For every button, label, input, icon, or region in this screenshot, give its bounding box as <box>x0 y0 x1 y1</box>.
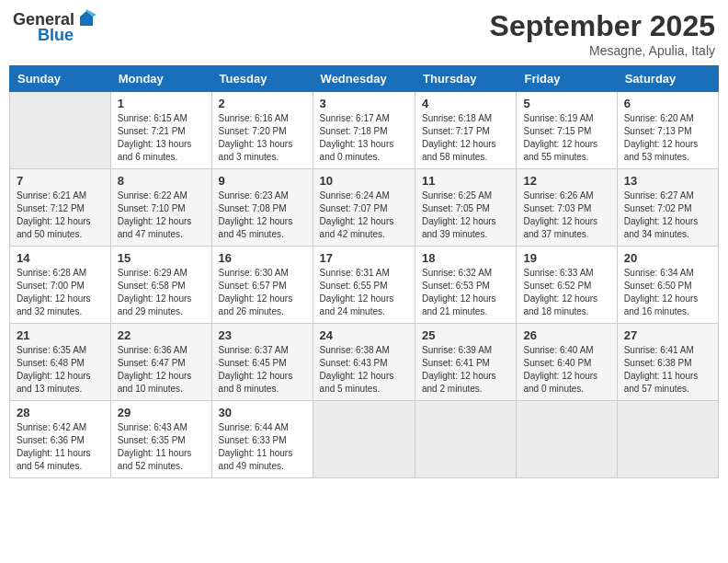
day-number: 24 <box>320 328 408 342</box>
calendar-week-row: 7Sunrise: 6:21 AMSunset: 7:12 PMDaylight… <box>10 169 719 247</box>
day-info: Sunrise: 6:20 AMSunset: 7:13 PMDaylight:… <box>624 112 711 164</box>
calendar-cell: 5Sunrise: 6:19 AMSunset: 7:15 PMDaylight… <box>517 92 617 169</box>
day-info: Sunrise: 6:28 AMSunset: 7:00 PMDaylight:… <box>17 267 104 318</box>
day-number: 2 <box>219 97 306 110</box>
calendar-cell: 26Sunrise: 6:40 AMSunset: 6:40 PMDayligh… <box>517 324 617 401</box>
day-info: Sunrise: 6:23 AMSunset: 7:08 PMDaylight:… <box>219 190 306 241</box>
calendar-cell: 14Sunrise: 6:28 AMSunset: 7:00 PMDayligh… <box>10 247 111 324</box>
calendar-cell: 13Sunrise: 6:27 AMSunset: 7:02 PMDayligh… <box>617 169 718 247</box>
day-info: Sunrise: 6:42 AMSunset: 6:36 PMDaylight:… <box>17 421 104 473</box>
day-number: 4 <box>422 97 509 110</box>
calendar-cell: 9Sunrise: 6:23 AMSunset: 7:08 PMDaylight… <box>211 169 313 247</box>
day-number: 12 <box>523 174 609 188</box>
day-info: Sunrise: 6:29 AMSunset: 6:58 PMDaylight:… <box>118 267 205 318</box>
day-info: Sunrise: 6:26 AMSunset: 7:03 PMDaylight:… <box>523 190 609 241</box>
calendar-cell <box>617 401 718 478</box>
day-number: 6 <box>624 97 711 110</box>
day-info: Sunrise: 6:27 AMSunset: 7:02 PMDaylight:… <box>624 190 711 241</box>
day-info: Sunrise: 6:44 AMSunset: 6:33 PMDaylight:… <box>219 421 306 473</box>
calendar-cell: 8Sunrise: 6:22 AMSunset: 7:10 PMDaylight… <box>110 169 211 247</box>
column-header-saturday: Saturday <box>617 66 718 92</box>
calendar-week-row: 28Sunrise: 6:42 AMSunset: 6:36 PMDayligh… <box>10 401 719 478</box>
day-info: Sunrise: 6:40 AMSunset: 6:40 PMDaylight:… <box>523 344 609 396</box>
day-number: 22 <box>118 328 205 342</box>
location-text: Mesagne, Apulia, Italy <box>490 43 715 58</box>
day-number: 10 <box>320 174 408 188</box>
calendar-cell <box>517 401 617 478</box>
column-header-thursday: Thursday <box>415 66 517 92</box>
day-number: 8 <box>118 174 205 188</box>
day-number: 23 <box>219 328 306 342</box>
logo-blue-text: Blue <box>38 26 74 45</box>
day-info: Sunrise: 6:36 AMSunset: 6:47 PMDaylight:… <box>118 344 205 396</box>
calendar-week-row: 14Sunrise: 6:28 AMSunset: 7:00 PMDayligh… <box>10 247 719 324</box>
day-info: Sunrise: 6:35 AMSunset: 6:48 PMDaylight:… <box>17 344 104 396</box>
calendar-cell: 21Sunrise: 6:35 AMSunset: 6:48 PMDayligh… <box>10 324 111 401</box>
day-number: 19 <box>523 251 609 265</box>
day-info: Sunrise: 6:33 AMSunset: 6:52 PMDaylight:… <box>523 267 609 318</box>
day-info: Sunrise: 6:39 AMSunset: 6:41 PMDaylight:… <box>422 344 509 396</box>
day-number: 18 <box>422 251 509 265</box>
day-number: 3 <box>320 97 408 110</box>
calendar-table: SundayMondayTuesdayWednesdayThursdayFrid… <box>9 65 719 478</box>
column-header-sunday: Sunday <box>10 66 111 92</box>
calendar-cell: 1Sunrise: 6:15 AMSunset: 7:21 PMDaylight… <box>110 92 211 169</box>
day-number: 13 <box>624 174 711 188</box>
calendar-cell: 2Sunrise: 6:16 AMSunset: 7:20 PMDaylight… <box>211 92 313 169</box>
day-number: 9 <box>219 174 306 188</box>
calendar-week-row: 21Sunrise: 6:35 AMSunset: 6:48 PMDayligh… <box>10 324 719 401</box>
day-number: 17 <box>320 251 408 265</box>
calendar-cell <box>415 401 517 478</box>
day-info: Sunrise: 6:21 AMSunset: 7:12 PMDaylight:… <box>17 190 104 241</box>
calendar-cell <box>313 401 415 478</box>
calendar-cell: 10Sunrise: 6:24 AMSunset: 7:07 PMDayligh… <box>313 169 415 247</box>
calendar-cell: 25Sunrise: 6:39 AMSunset: 6:41 PMDayligh… <box>415 324 517 401</box>
day-info: Sunrise: 6:25 AMSunset: 7:05 PMDaylight:… <box>422 190 509 241</box>
calendar-cell: 28Sunrise: 6:42 AMSunset: 6:36 PMDayligh… <box>10 401 111 478</box>
column-header-friday: Friday <box>517 66 617 92</box>
day-number: 28 <box>17 406 104 419</box>
column-header-wednesday: Wednesday <box>313 66 415 92</box>
day-number: 16 <box>219 251 306 265</box>
day-info: Sunrise: 6:43 AMSunset: 6:35 PMDaylight:… <box>118 421 205 473</box>
calendar-cell: 17Sunrise: 6:31 AMSunset: 6:55 PMDayligh… <box>313 247 415 324</box>
calendar-cell: 24Sunrise: 6:38 AMSunset: 6:43 PMDayligh… <box>313 324 415 401</box>
calendar-cell: 30Sunrise: 6:44 AMSunset: 6:33 PMDayligh… <box>211 401 313 478</box>
day-number: 7 <box>17 174 104 188</box>
calendar-cell: 16Sunrise: 6:30 AMSunset: 6:57 PMDayligh… <box>211 247 313 324</box>
calendar-cell: 27Sunrise: 6:41 AMSunset: 6:38 PMDayligh… <box>617 324 718 401</box>
day-number: 26 <box>523 328 609 342</box>
calendar-cell: 23Sunrise: 6:37 AMSunset: 6:45 PMDayligh… <box>211 324 313 401</box>
day-number: 25 <box>422 328 509 342</box>
logo-icon <box>76 9 97 29</box>
logo: General Blue <box>13 9 97 45</box>
day-info: Sunrise: 6:16 AMSunset: 7:20 PMDaylight:… <box>219 112 306 164</box>
day-number: 30 <box>219 406 306 419</box>
calendar-cell: 6Sunrise: 6:20 AMSunset: 7:13 PMDaylight… <box>617 92 718 169</box>
column-header-tuesday: Tuesday <box>211 66 313 92</box>
month-title: September 2025 <box>490 9 715 43</box>
day-number: 15 <box>118 251 205 265</box>
calendar-cell: 22Sunrise: 6:36 AMSunset: 6:47 PMDayligh… <box>110 324 211 401</box>
day-number: 27 <box>624 328 711 342</box>
calendar-cell <box>10 92 111 169</box>
calendar-cell: 20Sunrise: 6:34 AMSunset: 6:50 PMDayligh… <box>617 247 718 324</box>
day-info: Sunrise: 6:38 AMSunset: 6:43 PMDaylight:… <box>320 344 408 396</box>
day-info: Sunrise: 6:18 AMSunset: 7:17 PMDaylight:… <box>422 112 509 164</box>
day-info: Sunrise: 6:17 AMSunset: 7:18 PMDaylight:… <box>320 112 408 164</box>
day-number: 1 <box>118 97 205 110</box>
calendar-cell: 4Sunrise: 6:18 AMSunset: 7:17 PMDaylight… <box>415 92 517 169</box>
day-number: 14 <box>17 251 104 265</box>
calendar-week-row: 1Sunrise: 6:15 AMSunset: 7:21 PMDaylight… <box>10 92 719 169</box>
calendar-cell: 29Sunrise: 6:43 AMSunset: 6:35 PMDayligh… <box>110 401 211 478</box>
calendar-cell: 7Sunrise: 6:21 AMSunset: 7:12 PMDaylight… <box>10 169 111 247</box>
day-info: Sunrise: 6:22 AMSunset: 7:10 PMDaylight:… <box>118 190 205 241</box>
calendar-cell: 15Sunrise: 6:29 AMSunset: 6:58 PMDayligh… <box>110 247 211 324</box>
page-header: General Blue September 2025 Mesagne, Apu… <box>9 9 719 58</box>
day-number: 5 <box>523 97 609 110</box>
calendar-header-row: SundayMondayTuesdayWednesdayThursdayFrid… <box>10 66 719 92</box>
day-info: Sunrise: 6:19 AMSunset: 7:15 PMDaylight:… <box>523 112 609 164</box>
day-info: Sunrise: 6:15 AMSunset: 7:21 PMDaylight:… <box>118 112 205 164</box>
day-number: 11 <box>422 174 509 188</box>
day-info: Sunrise: 6:34 AMSunset: 6:50 PMDaylight:… <box>624 267 711 318</box>
